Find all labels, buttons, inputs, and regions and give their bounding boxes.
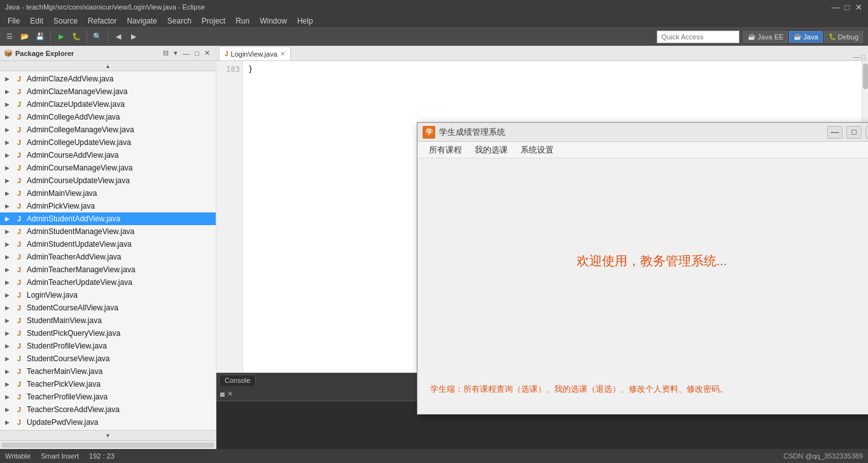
- java-file-icon: J: [14, 252, 24, 262]
- tree-scroll-up[interactable]: ▲: [0, 61, 216, 71]
- java-file-icon: J: [14, 150, 24, 160]
- editor-minimize-button[interactable]: —: [853, 53, 860, 60]
- java-file-icon: J: [14, 99, 24, 109]
- list-item[interactable]: ▶JAdminStudentUpdateView.java: [0, 238, 216, 251]
- list-item[interactable]: ▶JTeacherMainView.java: [0, 365, 216, 378]
- list-item[interactable]: ▶JAdminStudentManageView.java: [0, 225, 216, 238]
- toolbar-separator-1: [50, 31, 51, 43]
- list-item[interactable]: ▶JAdminTeacherUpdateView.java: [0, 276, 216, 289]
- menu-source[interactable]: Source: [48, 15, 83, 27]
- list-item[interactable]: ▶JStudentCourseView.java: [0, 352, 216, 365]
- toolbar-debug[interactable]: 🐛: [69, 30, 83, 44]
- perspective-java[interactable]: ☕ Java: [789, 31, 822, 43]
- java-file-icon: J: [14, 315, 24, 326]
- arrow-icon: ▶: [5, 419, 13, 425]
- list-item[interactable]: ▶JAdminCourseAddView.java: [0, 149, 216, 162]
- editor-maximize-button[interactable]: □: [861, 53, 865, 60]
- list-item[interactable]: ▶JTeacherScoreAddView.java: [0, 403, 216, 416]
- scroll-up-icon: ▲: [105, 63, 111, 69]
- arrow-icon: ▶: [5, 381, 13, 387]
- sidebar-horizontal-scrollbar[interactable]: [0, 440, 216, 449]
- list-item[interactable]: ▶JUpdatePwdView.java: [0, 416, 216, 429]
- toolbar-run[interactable]: ▶: [54, 30, 68, 44]
- close-button[interactable]: ✕: [854, 3, 863, 11]
- tab-console[interactable]: Console: [219, 375, 256, 386]
- minimize-button[interactable]: —: [831, 3, 840, 11]
- java-file-icon: J: [14, 277, 24, 287]
- menu-run[interactable]: Run: [230, 15, 255, 27]
- menu-navigate[interactable]: Navigate: [122, 15, 162, 27]
- tree-scroll-down[interactable]: ▼: [0, 430, 216, 440]
- list-item[interactable]: ▶JTeacherPickView.java: [0, 378, 216, 390]
- list-item[interactable]: ▶JStudentMainView.java: [0, 314, 216, 327]
- list-item[interactable]: ▶JAdminClazeAddView.java: [0, 73, 216, 85]
- java-menu-all-courses[interactable]: 所有课程: [423, 143, 468, 157]
- tab-loginview[interactable]: J LoginView.java ✕: [219, 46, 291, 60]
- list-item[interactable]: ▶JAdminTeacherAddView.java: [0, 251, 216, 263]
- list-item[interactable]: ▶JAdminCourseManageView.java: [0, 162, 216, 174]
- arrow-icon: ▶: [5, 177, 13, 184]
- list-item[interactable]: ▶JAdminClazeManageView.java: [0, 85, 216, 98]
- list-item[interactable]: ▶JAdminCollegeUpdateView.java: [0, 136, 216, 149]
- sidebar-title: Package Explorer: [15, 50, 74, 57]
- menu-window[interactable]: Window: [255, 15, 292, 27]
- list-item[interactable]: ▶JStudentProfileView.java: [0, 340, 216, 352]
- toolbar-save[interactable]: 💾: [33, 30, 47, 44]
- java-file-icon: J: [14, 86, 24, 97]
- scrollbar-thumb: [863, 64, 868, 89]
- java-app-icon: 学: [423, 126, 435, 139]
- sidebar-collapse[interactable]: ⊟: [161, 48, 171, 58]
- java-menu-settings[interactable]: 系统设置: [514, 143, 560, 157]
- list-item[interactable]: ▶JAdminCollegeAddView.java: [0, 111, 216, 123]
- tab-close-icon[interactable]: ✕: [280, 50, 285, 57]
- java-file-icon: J: [14, 265, 24, 275]
- toolbar-open[interactable]: 📂: [18, 30, 32, 44]
- list-item[interactable]: ▶JLoginView.java: [0, 289, 216, 301]
- arrow-icon: ▶: [5, 292, 13, 298]
- sidebar-minimize[interactable]: —: [181, 48, 192, 58]
- menu-search[interactable]: Search: [162, 15, 197, 27]
- insert-mode-status: Smart Insert: [41, 452, 79, 460]
- list-item[interactable]: ▶JAdminClazeUpdateView.java: [0, 98, 216, 111]
- menu-refactor[interactable]: Refactor: [83, 15, 122, 27]
- sidebar-close[interactable]: ✕: [202, 48, 212, 58]
- arrow-icon: ▶: [5, 356, 13, 362]
- list-item[interactable]: ▶JStudentPickQueryView.java: [0, 327, 216, 340]
- console-remove-button[interactable]: ✕: [227, 390, 233, 398]
- list-item[interactable]: ▶JAdminMainView.java: [0, 187, 216, 200]
- toolbar-new[interactable]: ☰: [3, 30, 17, 44]
- menu-edit[interactable]: Edit: [25, 15, 48, 27]
- list-item[interactable]: ▶JAdminPickView.java: [0, 200, 216, 212]
- list-item-selected[interactable]: ▶JAdminStudentAddView.java: [0, 212, 216, 225]
- list-item[interactable]: ▶JAdminCourseUpdateView.java: [0, 174, 216, 187]
- menu-help[interactable]: Help: [292, 15, 318, 27]
- menu-file[interactable]: File: [3, 15, 25, 27]
- perspective-java-ee[interactable]: ☕ Java EE: [743, 31, 788, 43]
- console-stop-button[interactable]: ⏹: [219, 390, 226, 398]
- java-app-title: 学生成绩管理系统: [439, 127, 827, 138]
- toolbar-forward[interactable]: ▶: [127, 30, 141, 44]
- menu-project[interactable]: Project: [197, 15, 230, 27]
- java-file-icon: J: [14, 74, 24, 84]
- list-item[interactable]: ▶JTeacherProfileView.java: [0, 390, 216, 403]
- java-close-button[interactable]: ✕: [865, 126, 868, 139]
- java-maximize-button[interactable]: □: [846, 126, 862, 139]
- sidebar-maximize[interactable]: □: [193, 48, 201, 58]
- arrow-icon: ▶: [5, 101, 13, 107]
- java-menu-my-courses[interactable]: 我的选课: [468, 143, 514, 157]
- arrow-icon: ▶: [5, 165, 13, 171]
- list-item[interactable]: ▶JStudentCourseAllView.java: [0, 301, 216, 314]
- toolbar-search[interactable]: 🔍: [90, 30, 104, 44]
- maximize-button[interactable]: □: [843, 3, 851, 11]
- java-minimize-button[interactable]: —: [827, 126, 843, 139]
- perspective-debug[interactable]: 🐛 Debug: [824, 31, 863, 43]
- line-numbers: 183: [216, 61, 243, 373]
- toolbar-back[interactable]: ◀: [111, 30, 125, 44]
- main-toolbar: ☰ 📂 💾 ▶ 🐛 🔍 ◀ ▶: [0, 28, 652, 46]
- sidebar-menu[interactable]: ▾: [172, 48, 179, 58]
- sidebar-file-tree: ▶JAdminClazeAddView.java ▶JAdminClazeMan…: [0, 71, 216, 430]
- perspective-area: ☕ Java EE ☕ Java 🐛 Debug: [652, 31, 868, 43]
- quick-access-input[interactable]: [657, 31, 739, 43]
- list-item[interactable]: ▶JAdminCollegeManageView.java: [0, 123, 216, 136]
- list-item[interactable]: ▶JAdminTeacherManageView.java: [0, 263, 216, 276]
